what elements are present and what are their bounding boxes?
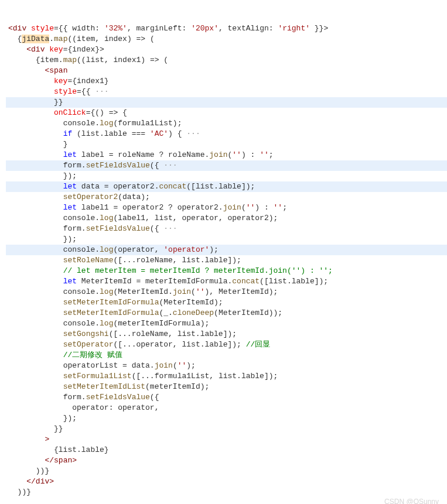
code-line[interactable]: setMeterItemIdFormula(_.cloneDeep(MeterI… bbox=[6, 308, 447, 318]
token-kw: let bbox=[63, 150, 77, 159]
code-line[interactable]: {item.map((list, index1) => ( bbox=[6, 55, 447, 66]
token-punct: ( bbox=[191, 287, 196, 296]
code-line[interactable]: console.log(formula1List); bbox=[6, 118, 447, 129]
token-str: '' bbox=[232, 150, 241, 159]
token-punct: form. bbox=[63, 161, 86, 170]
code-line[interactable]: }); bbox=[6, 171, 447, 181]
code-line[interactable]: console.log(MeterItemId.join(''), MeterI… bbox=[6, 287, 447, 297]
token-punct: (MeterItemId); bbox=[159, 298, 223, 307]
token-punct: (list.lable === bbox=[72, 129, 150, 138]
code-line[interactable]: }); bbox=[6, 234, 447, 245]
token-punct: } bbox=[104, 77, 109, 85]
token-fn: setGongshi bbox=[63, 330, 109, 338]
code-line[interactable]: console.log(meterItemIdFormula); bbox=[6, 318, 447, 329]
code-line[interactable]: form.setFieldsValue({ bbox=[6, 392, 447, 403]
token-punct: index bbox=[104, 35, 127, 43]
token-str: '32%' bbox=[104, 24, 127, 33]
code-line[interactable]: let label = roleName ? roleName.join('')… bbox=[6, 150, 447, 160]
code-line[interactable]: } bbox=[6, 139, 447, 150]
token-tag: div bbox=[31, 45, 45, 54]
token-fn: map bbox=[63, 56, 77, 64]
token-kw: if bbox=[63, 129, 73, 138]
token-fn: setRoleName bbox=[63, 256, 114, 265]
code-line[interactable]: </span> bbox=[6, 455, 447, 466]
token-ellip: ··· bbox=[159, 161, 177, 170]
token-punct: . bbox=[95, 245, 100, 254]
code-line[interactable]: setRoleName([...roleName, list.lable]); bbox=[6, 255, 447, 266]
code-line[interactable]: setOperator2(data); bbox=[6, 192, 447, 203]
code-line[interactable]: setMeterItemIdList(meterItemId); bbox=[6, 382, 447, 392]
code-line[interactable]: <span bbox=[6, 66, 447, 76]
code-line[interactable]: setOperator([...operator, list.lable]); … bbox=[6, 340, 447, 350]
token-tag: div bbox=[36, 477, 49, 486]
code-line[interactable]: {list.lable} bbox=[6, 445, 447, 455]
token-punct: ) : bbox=[241, 150, 260, 159]
code-line[interactable]: }} bbox=[6, 424, 447, 434]
token-punct: ) : bbox=[255, 203, 273, 212]
code-line[interactable]: {jiData.map((item, index) => ( bbox=[6, 34, 447, 44]
code-line[interactable]: key={index1} bbox=[6, 76, 447, 87]
code-editor[interactable]: <div style={{ width: '32%', marginLeft: … bbox=[0, 0, 447, 504]
token-punct: ({ bbox=[150, 224, 159, 233]
code-line[interactable]: form.setFieldsValue({ ··· bbox=[6, 224, 447, 234]
code-line[interactable]: }); bbox=[6, 413, 447, 424]
code-line[interactable]: console.log(operator, 'operator'); bbox=[6, 245, 447, 255]
code-line[interactable]: style={{ ··· bbox=[6, 87, 447, 97]
token-punct: textAlign bbox=[228, 24, 269, 33]
token-punct: form. bbox=[63, 393, 86, 402]
token-punct: label1 = operator2 ? operator2. bbox=[77, 203, 223, 212]
token-punct: }} bbox=[54, 98, 63, 107]
token-punct: ={() => { bbox=[86, 108, 127, 117]
code-line[interactable]: operator: operator, bbox=[6, 403, 447, 413]
code-line[interactable]: setMeterItemIdFormula(MeterItemId); bbox=[6, 297, 447, 308]
token-punct: ={ bbox=[63, 45, 73, 54]
token-tag: span bbox=[49, 66, 67, 75]
code-line[interactable]: > bbox=[6, 434, 447, 445]
code-line[interactable]: console.log(label1, list, operator, oper… bbox=[6, 213, 447, 224]
token-punct: ([...roleName, list.lable]); bbox=[113, 256, 241, 265]
code-line[interactable]: let label1 = operator2 ? operator2.join(… bbox=[6, 203, 447, 213]
token-punct: ); bbox=[209, 245, 219, 254]
code-line[interactable]: ))} bbox=[6, 487, 447, 498]
token-angle: > bbox=[49, 477, 54, 486]
token-attr: onClick bbox=[54, 108, 86, 117]
token-angle: < bbox=[8, 24, 13, 33]
token-punct: }} bbox=[54, 424, 63, 433]
code-line[interactable]: <div style={{ width: '32%', marginLeft: … bbox=[6, 23, 447, 34]
token-punct: ={ bbox=[67, 77, 77, 85]
code-line[interactable]: //二期修改 赋值 bbox=[6, 350, 447, 361]
token-fn: join bbox=[223, 203, 241, 212]
token-angle: > bbox=[72, 456, 77, 465]
code-line[interactable]: </div> bbox=[6, 476, 447, 487]
code-line[interactable]: setFormula1List([...formula1List, list.l… bbox=[6, 371, 447, 382]
code-line[interactable]: operatorList = data.join(''); bbox=[6, 361, 447, 371]
token-punct: }); bbox=[63, 172, 77, 180]
code-line[interactable]: ))} bbox=[6, 466, 447, 476]
token-punct: ({ bbox=[150, 393, 159, 402]
token-punct: console bbox=[63, 214, 95, 222]
token-punct: item bbox=[77, 35, 95, 43]
token-punct: marginLeft bbox=[137, 24, 182, 33]
code-line[interactable]: let MeterItemId = meterItemIdFormula.con… bbox=[6, 276, 447, 287]
token-punct: ; bbox=[282, 203, 287, 212]
token-fn: log bbox=[100, 119, 113, 128]
code-line[interactable]: let data = operator2.concat([list.lable]… bbox=[6, 181, 447, 192]
token-punct: (operator, bbox=[113, 245, 163, 254]
code-line[interactable]: }} bbox=[6, 97, 447, 108]
code-line[interactable]: if (list.lable === 'AC') { ··· bbox=[6, 129, 447, 139]
token-punct: console bbox=[63, 287, 95, 296]
code-line[interactable]: setGongshi([...roleName, list.lable]); bbox=[6, 329, 447, 340]
code-line[interactable]: onClick={() => { bbox=[6, 108, 447, 118]
token-ellip: ··· bbox=[159, 224, 177, 233]
token-kw: let bbox=[63, 277, 77, 286]
token-punct: ([...roleName, list.lable]); bbox=[109, 330, 237, 338]
token-punct: }> bbox=[95, 45, 104, 54]
code-line[interactable]: form.setFieldsValue({ ··· bbox=[6, 160, 447, 171]
token-punct bbox=[26, 24, 31, 33]
token-punct: (meterItemId); bbox=[145, 382, 209, 391]
token-punct: (( bbox=[67, 35, 77, 43]
code-line[interactable]: // let meterItem = meterItemId ? meterIt… bbox=[6, 266, 447, 276]
token-str: '20px' bbox=[191, 24, 219, 33]
token-punct: : bbox=[182, 24, 192, 33]
code-line[interactable]: <div key={index}> bbox=[6, 44, 447, 55]
